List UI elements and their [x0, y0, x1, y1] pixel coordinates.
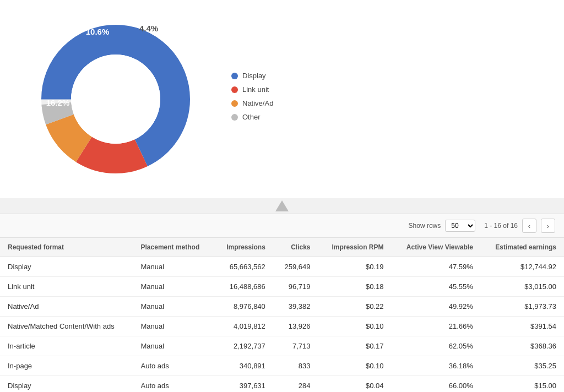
- cell-clicks: 13,926: [273, 317, 318, 336]
- cell-viewable: 62.05%: [392, 336, 481, 356]
- legend-item-other: Other: [231, 113, 273, 121]
- cell-rpm: $0.22: [318, 297, 392, 317]
- col-header-impressions: Impressions: [214, 238, 273, 257]
- cell-method: Manual: [133, 297, 214, 317]
- legend-dot-other: [231, 114, 238, 121]
- cell-earnings: $12,744.92: [481, 257, 564, 277]
- collapse-arrow[interactable]: [275, 200, 289, 211]
- cell-clicks: 7,713: [273, 336, 318, 356]
- cell-impressions: 340,891: [214, 356, 273, 376]
- pagination-next-button[interactable]: ›: [541, 219, 555, 233]
- cell-viewable: 47.59%: [392, 257, 481, 277]
- legend-item-nativead: Native/Ad: [231, 99, 273, 107]
- table-body: Display Manual 65,663,562 259,649 $0.19 …: [0, 257, 564, 393]
- cell-rpm: $0.10: [318, 356, 392, 376]
- legend-label-other: Other: [242, 113, 261, 121]
- pagination-info: 1 - 16 of 16: [484, 222, 518, 230]
- cell-method: Auto ads: [133, 376, 214, 393]
- cell-rpm: $0.04: [318, 376, 392, 393]
- cell-format: Display: [0, 257, 133, 277]
- col-header-earnings: Estimated earnings: [481, 238, 564, 257]
- label-other: 4.4%: [139, 24, 158, 33]
- chart-legend: Display Link unit Native/Ad Other: [231, 72, 273, 127]
- cell-format: Display: [0, 376, 133, 393]
- table-row: Native/Matched Content/With ads Manual 4…: [0, 317, 564, 336]
- cell-format: Native/Ad: [0, 297, 133, 317]
- cell-clicks: 96,719: [273, 277, 318, 297]
- cell-clicks: 259,649: [273, 257, 318, 277]
- cell-earnings: $1,973.73: [481, 297, 564, 317]
- cell-clicks: 833: [273, 356, 318, 376]
- cell-viewable: 45.55%: [392, 277, 481, 297]
- cell-impressions: 65,663,562: [214, 257, 273, 277]
- cell-rpm: $0.17: [318, 336, 392, 356]
- cell-earnings: $15.00: [481, 376, 564, 393]
- cell-format: In-page: [0, 356, 133, 376]
- label-nativead: 10.6%: [86, 27, 110, 36]
- legend-item-display: Display: [231, 72, 273, 80]
- cell-method: Manual: [133, 317, 214, 336]
- svg-point-5: [71, 55, 160, 144]
- cell-rpm: $0.10: [318, 317, 392, 336]
- table-row: Display Auto ads 397,631 284 $0.04 66.00…: [0, 376, 564, 393]
- cell-viewable: 36.18%: [392, 356, 481, 376]
- cell-format: Native/Matched Content/With ads: [0, 317, 133, 336]
- legend-label-nativead: Native/Ad: [242, 99, 273, 107]
- table-row: Native/Ad Manual 8,976,840 39,382 $0.22 …: [0, 297, 564, 317]
- cell-viewable: 66.00%: [392, 376, 481, 393]
- cell-clicks: 284: [273, 376, 318, 393]
- legend-dot-linkunit: [231, 86, 238, 93]
- data-table: Requested format Placement method Impres…: [0, 238, 564, 392]
- legend-dot-display: [231, 73, 238, 79]
- table-section: Show rows 50 25 100 1 - 16 of 16 ‹ › Req…: [0, 214, 564, 392]
- col-header-method: Placement method: [133, 238, 214, 257]
- cell-method: Manual: [133, 336, 214, 356]
- label-display: 68.7%: [121, 106, 147, 116]
- cell-method: Auto ads: [133, 356, 214, 376]
- col-header-format: Requested format: [0, 238, 133, 257]
- col-header-rpm: Impression RPM: [318, 238, 392, 257]
- cell-viewable: 21.66%: [392, 317, 481, 336]
- cell-method: Manual: [133, 277, 214, 297]
- table-toolbar: Show rows 50 25 100 1 - 16 of 16 ‹ ›: [0, 214, 564, 238]
- cell-clicks: 39,382: [273, 297, 318, 317]
- label-linkunit: 16.2%: [46, 98, 70, 107]
- divider-row[interactable]: [0, 198, 564, 214]
- cell-earnings: $368.36: [481, 336, 564, 356]
- cell-format: In-article: [0, 336, 133, 356]
- table-row: Display Manual 65,663,562 259,649 $0.19 …: [0, 257, 564, 277]
- col-header-clicks: Clicks: [273, 238, 318, 257]
- rows-per-page-select[interactable]: 50 25 100: [445, 220, 475, 232]
- table-header-row: Requested format Placement method Impres…: [0, 238, 564, 257]
- cell-impressions: 397,631: [214, 376, 273, 393]
- cell-impressions: 16,488,686: [214, 277, 273, 297]
- legend-dot-nativead: [231, 100, 238, 107]
- cell-earnings: $35.25: [481, 356, 564, 376]
- cell-impressions: 4,019,812: [214, 317, 273, 336]
- legend-label-linkunit: Link unit: [242, 85, 269, 94]
- legend-item-linkunit: Link unit: [231, 85, 273, 94]
- table-row: In-page Auto ads 340,891 833 $0.10 36.18…: [0, 356, 564, 376]
- cell-viewable: 49.92%: [392, 297, 481, 317]
- cell-earnings: $391.54: [481, 317, 564, 336]
- cell-rpm: $0.18: [318, 277, 392, 297]
- show-rows-label: Show rows: [409, 222, 441, 230]
- chart-section: 68.7% 16.2% 10.6% 4.4% Display Link unit…: [0, 0, 564, 198]
- table-row: In-article Manual 2,192,737 7,713 $0.17 …: [0, 336, 564, 356]
- table-row: Link unit Manual 16,488,686 96,719 $0.18…: [0, 277, 564, 297]
- cell-earnings: $3,015.00: [481, 277, 564, 297]
- cell-impressions: 2,192,737: [214, 336, 273, 356]
- cell-format: Link unit: [0, 277, 133, 297]
- pagination-prev-button[interactable]: ‹: [522, 219, 536, 233]
- col-header-viewable: Active View Viewable: [392, 238, 481, 257]
- cell-method: Manual: [133, 257, 214, 277]
- donut-chart: 68.7% 16.2% 10.6% 4.4%: [33, 17, 198, 182]
- cell-impressions: 8,976,840: [214, 297, 273, 317]
- cell-rpm: $0.19: [318, 257, 392, 277]
- legend-label-display: Display: [242, 72, 266, 80]
